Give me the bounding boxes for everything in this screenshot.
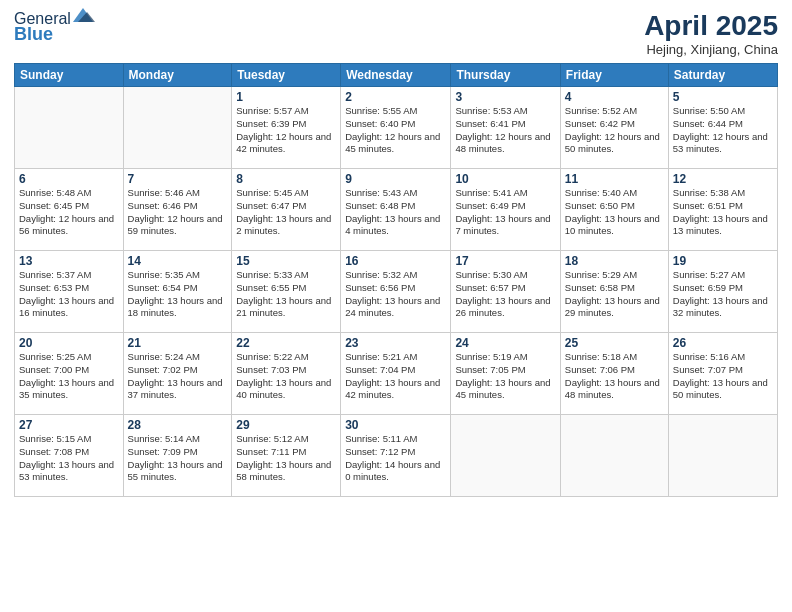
day-number: 30 <box>345 418 446 432</box>
location: Hejing, Xinjiang, China <box>644 42 778 57</box>
calendar-cell: 29Sunrise: 5:12 AM Sunset: 7:11 PM Dayli… <box>232 415 341 497</box>
day-number: 21 <box>128 336 228 350</box>
calendar-cell: 9Sunrise: 5:43 AM Sunset: 6:48 PM Daylig… <box>341 169 451 251</box>
calendar-cell: 16Sunrise: 5:32 AM Sunset: 6:56 PM Dayli… <box>341 251 451 333</box>
day-number: 16 <box>345 254 446 268</box>
cell-info: Sunrise: 5:30 AM Sunset: 6:57 PM Dayligh… <box>455 269 555 320</box>
day-number: 14 <box>128 254 228 268</box>
calendar-cell: 6Sunrise: 5:48 AM Sunset: 6:45 PM Daylig… <box>15 169 124 251</box>
cell-info: Sunrise: 5:27 AM Sunset: 6:59 PM Dayligh… <box>673 269 773 320</box>
weekday-header-wednesday: Wednesday <box>341 64 451 87</box>
logo-icon <box>73 6 95 28</box>
cell-info: Sunrise: 5:16 AM Sunset: 7:07 PM Dayligh… <box>673 351 773 402</box>
page-container: General Blue April 2025 Hejing, Xinjiang… <box>0 0 792 612</box>
cell-info: Sunrise: 5:53 AM Sunset: 6:41 PM Dayligh… <box>455 105 555 156</box>
month-title: April 2025 <box>644 10 778 42</box>
day-number: 11 <box>565 172 664 186</box>
day-number: 17 <box>455 254 555 268</box>
cell-info: Sunrise: 5:46 AM Sunset: 6:46 PM Dayligh… <box>128 187 228 238</box>
calendar-cell: 2Sunrise: 5:55 AM Sunset: 6:40 PM Daylig… <box>341 87 451 169</box>
calendar-cell: 12Sunrise: 5:38 AM Sunset: 6:51 PM Dayli… <box>668 169 777 251</box>
day-number: 8 <box>236 172 336 186</box>
day-number: 25 <box>565 336 664 350</box>
day-number: 27 <box>19 418 119 432</box>
week-row-2: 6Sunrise: 5:48 AM Sunset: 6:45 PM Daylig… <box>15 169 778 251</box>
calendar-cell: 26Sunrise: 5:16 AM Sunset: 7:07 PM Dayli… <box>668 333 777 415</box>
cell-info: Sunrise: 5:21 AM Sunset: 7:04 PM Dayligh… <box>345 351 446 402</box>
calendar-cell <box>451 415 560 497</box>
day-number: 9 <box>345 172 446 186</box>
calendar-cell: 19Sunrise: 5:27 AM Sunset: 6:59 PM Dayli… <box>668 251 777 333</box>
day-number: 23 <box>345 336 446 350</box>
week-row-1: 1Sunrise: 5:57 AM Sunset: 6:39 PM Daylig… <box>15 87 778 169</box>
calendar-cell: 10Sunrise: 5:41 AM Sunset: 6:49 PM Dayli… <box>451 169 560 251</box>
calendar-cell <box>123 87 232 169</box>
cell-info: Sunrise: 5:43 AM Sunset: 6:48 PM Dayligh… <box>345 187 446 238</box>
calendar-cell: 4Sunrise: 5:52 AM Sunset: 6:42 PM Daylig… <box>560 87 668 169</box>
calendar-cell: 30Sunrise: 5:11 AM Sunset: 7:12 PM Dayli… <box>341 415 451 497</box>
day-number: 28 <box>128 418 228 432</box>
calendar-cell: 11Sunrise: 5:40 AM Sunset: 6:50 PM Dayli… <box>560 169 668 251</box>
calendar-cell: 20Sunrise: 5:25 AM Sunset: 7:00 PM Dayli… <box>15 333 124 415</box>
calendar-cell <box>15 87 124 169</box>
calendar-cell: 25Sunrise: 5:18 AM Sunset: 7:06 PM Dayli… <box>560 333 668 415</box>
day-number: 20 <box>19 336 119 350</box>
calendar-cell: 7Sunrise: 5:46 AM Sunset: 6:46 PM Daylig… <box>123 169 232 251</box>
day-number: 1 <box>236 90 336 104</box>
day-number: 26 <box>673 336 773 350</box>
weekday-header-saturday: Saturday <box>668 64 777 87</box>
day-number: 3 <box>455 90 555 104</box>
day-number: 19 <box>673 254 773 268</box>
cell-info: Sunrise: 5:37 AM Sunset: 6:53 PM Dayligh… <box>19 269 119 320</box>
cell-info: Sunrise: 5:11 AM Sunset: 7:12 PM Dayligh… <box>345 433 446 484</box>
weekday-header-friday: Friday <box>560 64 668 87</box>
calendar-cell: 15Sunrise: 5:33 AM Sunset: 6:55 PM Dayli… <box>232 251 341 333</box>
cell-info: Sunrise: 5:52 AM Sunset: 6:42 PM Dayligh… <box>565 105 664 156</box>
cell-info: Sunrise: 5:15 AM Sunset: 7:08 PM Dayligh… <box>19 433 119 484</box>
calendar-table: SundayMondayTuesdayWednesdayThursdayFrid… <box>14 63 778 497</box>
day-number: 10 <box>455 172 555 186</box>
week-row-3: 13Sunrise: 5:37 AM Sunset: 6:53 PM Dayli… <box>15 251 778 333</box>
weekday-header-thursday: Thursday <box>451 64 560 87</box>
day-number: 12 <box>673 172 773 186</box>
calendar-cell: 24Sunrise: 5:19 AM Sunset: 7:05 PM Dayli… <box>451 333 560 415</box>
calendar-cell: 27Sunrise: 5:15 AM Sunset: 7:08 PM Dayli… <box>15 415 124 497</box>
calendar-cell: 3Sunrise: 5:53 AM Sunset: 6:41 PM Daylig… <box>451 87 560 169</box>
cell-info: Sunrise: 5:57 AM Sunset: 6:39 PM Dayligh… <box>236 105 336 156</box>
logo-blue-text: Blue <box>14 24 53 45</box>
weekday-header-sunday: Sunday <box>15 64 124 87</box>
calendar-cell: 22Sunrise: 5:22 AM Sunset: 7:03 PM Dayli… <box>232 333 341 415</box>
cell-info: Sunrise: 5:14 AM Sunset: 7:09 PM Dayligh… <box>128 433 228 484</box>
calendar-cell: 17Sunrise: 5:30 AM Sunset: 6:57 PM Dayli… <box>451 251 560 333</box>
cell-info: Sunrise: 5:22 AM Sunset: 7:03 PM Dayligh… <box>236 351 336 402</box>
calendar-cell <box>668 415 777 497</box>
weekday-header-row: SundayMondayTuesdayWednesdayThursdayFrid… <box>15 64 778 87</box>
week-row-4: 20Sunrise: 5:25 AM Sunset: 7:00 PM Dayli… <box>15 333 778 415</box>
cell-info: Sunrise: 5:38 AM Sunset: 6:51 PM Dayligh… <box>673 187 773 238</box>
day-number: 5 <box>673 90 773 104</box>
cell-info: Sunrise: 5:24 AM Sunset: 7:02 PM Dayligh… <box>128 351 228 402</box>
cell-info: Sunrise: 5:50 AM Sunset: 6:44 PM Dayligh… <box>673 105 773 156</box>
day-number: 6 <box>19 172 119 186</box>
day-number: 7 <box>128 172 228 186</box>
header: General Blue April 2025 Hejing, Xinjiang… <box>14 10 778 57</box>
cell-info: Sunrise: 5:25 AM Sunset: 7:00 PM Dayligh… <box>19 351 119 402</box>
cell-info: Sunrise: 5:19 AM Sunset: 7:05 PM Dayligh… <box>455 351 555 402</box>
day-number: 13 <box>19 254 119 268</box>
calendar-cell: 14Sunrise: 5:35 AM Sunset: 6:54 PM Dayli… <box>123 251 232 333</box>
calendar-cell: 28Sunrise: 5:14 AM Sunset: 7:09 PM Dayli… <box>123 415 232 497</box>
cell-info: Sunrise: 5:48 AM Sunset: 6:45 PM Dayligh… <box>19 187 119 238</box>
calendar-cell: 8Sunrise: 5:45 AM Sunset: 6:47 PM Daylig… <box>232 169 341 251</box>
day-number: 29 <box>236 418 336 432</box>
day-number: 15 <box>236 254 336 268</box>
calendar-cell: 13Sunrise: 5:37 AM Sunset: 6:53 PM Dayli… <box>15 251 124 333</box>
week-row-5: 27Sunrise: 5:15 AM Sunset: 7:08 PM Dayli… <box>15 415 778 497</box>
day-number: 24 <box>455 336 555 350</box>
cell-info: Sunrise: 5:41 AM Sunset: 6:49 PM Dayligh… <box>455 187 555 238</box>
calendar-cell: 1Sunrise: 5:57 AM Sunset: 6:39 PM Daylig… <box>232 87 341 169</box>
cell-info: Sunrise: 5:29 AM Sunset: 6:58 PM Dayligh… <box>565 269 664 320</box>
cell-info: Sunrise: 5:33 AM Sunset: 6:55 PM Dayligh… <box>236 269 336 320</box>
day-number: 18 <box>565 254 664 268</box>
cell-info: Sunrise: 5:18 AM Sunset: 7:06 PM Dayligh… <box>565 351 664 402</box>
cell-info: Sunrise: 5:32 AM Sunset: 6:56 PM Dayligh… <box>345 269 446 320</box>
